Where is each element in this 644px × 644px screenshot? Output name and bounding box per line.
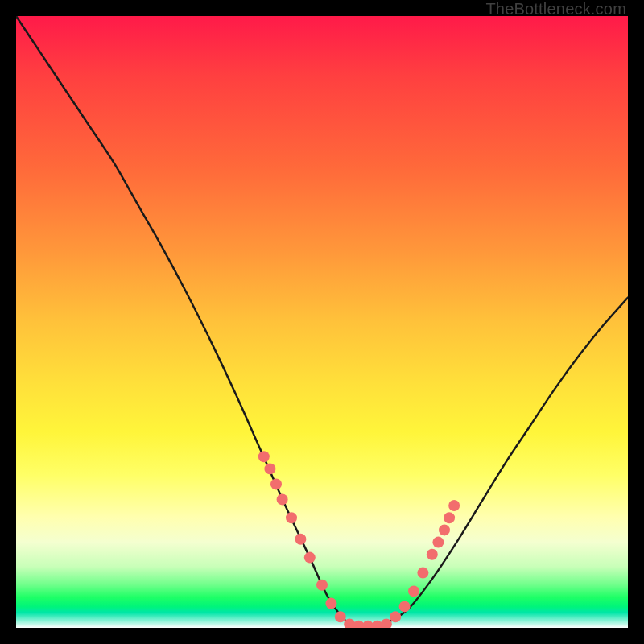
- data-marker: [335, 611, 346, 622]
- data-marker: [258, 451, 270, 462]
- data-marker: [427, 549, 438, 560]
- data-marker: [316, 580, 328, 591]
- data-marker: [408, 585, 419, 597]
- data-marker: [264, 463, 275, 474]
- plot-area: [16, 16, 628, 628]
- data-marker: [295, 534, 306, 545]
- curve-layer: [16, 16, 628, 628]
- data-marker: [448, 500, 460, 511]
- data-marker: [286, 512, 297, 523]
- data-marker: [399, 601, 411, 612]
- data-marker: [381, 618, 392, 628]
- data-marker: [304, 552, 316, 564]
- data-marker: [432, 537, 444, 548]
- data-marker: [390, 611, 401, 622]
- data-marker: [270, 478, 282, 489]
- bottleneck-curve: [16, 16, 628, 628]
- data-marker: [417, 568, 428, 579]
- data-marker: [325, 598, 336, 609]
- data-marker: [439, 524, 450, 535]
- data-marker: [277, 493, 288, 505]
- marker-group: [258, 451, 460, 628]
- data-marker: [444, 512, 455, 523]
- chart-container: TheBottleneck.com: [0, 0, 644, 644]
